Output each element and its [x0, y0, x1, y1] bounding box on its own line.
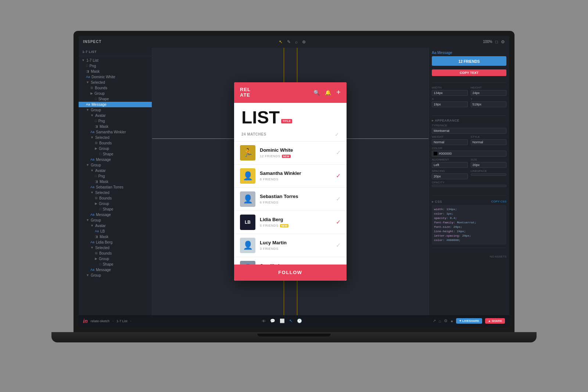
comment-icon[interactable]: 💬 [270, 319, 275, 323]
tree-item-bounds4[interactable]: ⊞ Bounds [79, 251, 152, 256]
size-value: 20px [471, 162, 507, 168]
tree-item-selected[interactable]: ▼ Selected [79, 80, 152, 85]
tree-item-1-7-list[interactable]: ▼ 1-7 List [79, 58, 152, 63]
contact-row-dominic[interactable]: 🏃 Dominic White 12 FRIENDS New ✓ [234, 141, 347, 165]
tree-item-group5[interactable]: ▶ Group [79, 201, 152, 206]
copy-css-button[interactable]: COPY CSS [491, 200, 506, 203]
eye-icon[interactable]: 👁 [262, 319, 266, 323]
props-selected-type: Aa Message 12 FRIENDS COPY TEXT [432, 51, 506, 76]
contact-row-lidia[interactable]: LB Lidia Berg 5 FRIENDS New ✓ [234, 211, 347, 234]
tree-item-lb[interactable]: Aa LB [79, 229, 152, 234]
css-prop-color: color [434, 212, 443, 215]
tree-item-lidia[interactable]: Aa Lidia Berg [79, 240, 152, 245]
contact-row-samantha[interactable]: 👤 Samantha Winkler 8 FRIENDS ✓ [234, 165, 347, 188]
check-icon-dominic[interactable]: ✓ [336, 149, 341, 156]
settings-icon[interactable]: ⚙ [501, 39, 505, 44]
contact-row-lucy[interactable]: 👤 Lucy Martin 3 FRIENDS ✓ [234, 234, 347, 257]
settings-icon[interactable]: ⚙ [444, 319, 448, 323]
check-icon-lidia[interactable]: ✓ [336, 219, 341, 226]
info-icon[interactable]: ⊕ [302, 39, 306, 44]
follow-button[interactable]: FOLLOW [234, 265, 347, 281]
tree-item-group8[interactable]: ▼ Group [79, 273, 152, 278]
share-nav-icon[interactable]: ↗ [433, 319, 436, 323]
tree-item-shape4[interactable]: □ Shape [79, 262, 152, 267]
text-icon: Aa [90, 185, 94, 189]
tree-item-bounds2[interactable]: ⊞ Bounds [79, 140, 152, 146]
tree-item-group7[interactable]: ▶ Group [79, 256, 152, 262]
height-label: HEIGHT [471, 86, 507, 89]
tree-item-bounds3[interactable]: ⊞ Bounds [79, 195, 152, 201]
tree-item-selected3[interactable]: ▼ Selected [79, 190, 152, 195]
tree-label-message: Message [92, 103, 107, 107]
sidebar-right: Aa Message 12 FRIENDS COPY TEXT WIDTH 13… [429, 48, 509, 315]
page-name: 1-7 List [116, 319, 128, 323]
contact-row-sebastian[interactable]: 👤 Sebastian Torres 6 FRIENDS ✓ [234, 188, 347, 211]
check-icon-sebastian[interactable]: ✓ [336, 195, 341, 202]
tree-item-bounds[interactable]: ⊞ Bounds [79, 85, 152, 91]
tree-label: Group [94, 91, 105, 96]
tree-label: Lidia Berg [96, 240, 112, 244]
new-badge-dominic: New [282, 155, 291, 158]
tree-item-avatar3[interactable]: ▼ Avatar [79, 223, 152, 229]
search-icon[interactable]: ⌕ [295, 39, 298, 44]
zoom-level[interactable]: 100% [483, 40, 492, 44]
tree-item-dominic[interactable]: Aa Dominic White [79, 74, 152, 80]
props-row-weight: WEIGHT Normal STYLE Normal [432, 135, 506, 145]
follow-text: FOLLOW [278, 270, 302, 275]
pen-icon[interactable]: ✎ [287, 39, 291, 44]
tree-item-png3[interactable]: □ Png [79, 173, 152, 179]
tree-item-avatar[interactable]: ▼ Avatar [79, 113, 152, 118]
group-icon: ▼ [86, 273, 89, 277]
box-icon[interactable]: ⬜ [280, 319, 285, 323]
tree-item-group[interactable]: ▶ Group [79, 91, 152, 96]
tree-item-avatar2[interactable]: ▼ Avatar [79, 168, 152, 173]
tree-item-selected2[interactable]: ▼ Selected [79, 135, 152, 140]
tree-item-mask[interactable]: ◨ Mask [79, 69, 152, 74]
tree-item-message4[interactable]: Aa Message [79, 267, 152, 273]
tree-item-selected4[interactable]: ▼ Selected [79, 245, 152, 251]
tree-item-png2[interactable]: □ Png [79, 118, 152, 124]
liveshare-button[interactable]: ✦ LIVESHARE [456, 318, 482, 324]
tree-item-group3[interactable]: ▶ Group [79, 146, 152, 151]
clock-icon[interactable]: 🕐 [297, 319, 302, 323]
tree-item-mask4[interactable]: ◨ Mask [79, 234, 152, 240]
search-icon[interactable]: 🔍 [313, 90, 320, 96]
check-icon-lucy[interactable]: ✓ [336, 242, 341, 249]
tree-item-message3[interactable]: Aa Message [79, 212, 152, 217]
sidebar-left: 1-7 List ▼ 1-7 List □ Png ◨ Mask [79, 48, 152, 315]
tree-item-shape3[interactable]: □ Shape [79, 206, 152, 212]
css-val-font-family: Montserrat; [457, 221, 476, 224]
plus-icon[interactable]: + [336, 88, 341, 97]
size-label: SIZE [471, 158, 507, 161]
css-val-color2: #000000; [447, 238, 460, 242]
cursor-icon[interactable]: ↖ [279, 39, 283, 44]
color-value: #000000 [432, 151, 506, 157]
bell-icon[interactable]: 🔔 [325, 90, 331, 96]
tree-item-group6[interactable]: ▼ Group [79, 217, 152, 223]
tree-item-shape2[interactable]: □ Shape [79, 151, 152, 157]
group-icon: ▶ [95, 257, 97, 260]
tree-item-mask3[interactable]: ◨ Mask [79, 179, 152, 184]
tree-item-group4[interactable]: ▼ Group [79, 162, 152, 168]
tree-item-group2[interactable]: ▼ Group [79, 107, 152, 113]
tree-item-message2[interactable]: Aa Message [79, 157, 152, 162]
no-assets-label: NO ASSETS [490, 255, 506, 258]
invision-toolbar: INSPECT ↖ ✎ ⌕ ⊕ 100% □ ⚙ [79, 36, 509, 48]
tree-item-samantha[interactable]: Aa Samantha Winkler [79, 129, 152, 135]
tree-item-sebastian[interactable]: Aa Sebastian Torres [79, 184, 152, 190]
tree-item-shape[interactable]: □ Shape [79, 96, 152, 102]
friends-count-lucy: 3 FRIENDS [260, 247, 279, 251]
tree-item-png[interactable]: □ Png [79, 63, 152, 69]
tree-label: Shape [103, 262, 113, 266]
circle-icon[interactable]: ● [451, 319, 453, 323]
check-icon-samantha[interactable]: ✓ [336, 172, 341, 179]
zoom-icon[interactable]: □ [495, 39, 498, 44]
spacing2-value [471, 173, 507, 176]
tree-item-mask2[interactable]: ◨ Mask [79, 124, 152, 129]
cursor-icon[interactable]: ↖ [289, 319, 293, 323]
home-icon[interactable]: ⌂ [439, 319, 441, 323]
copy-css-button[interactable]: COPY TEXT [432, 69, 506, 76]
props-row-spacing: SPACING 20px LINESPACE [432, 169, 506, 179]
tree-item-message-active[interactable]: Aa Message [79, 102, 152, 107]
share-button[interactable]: ▲ SHARE [485, 318, 505, 324]
